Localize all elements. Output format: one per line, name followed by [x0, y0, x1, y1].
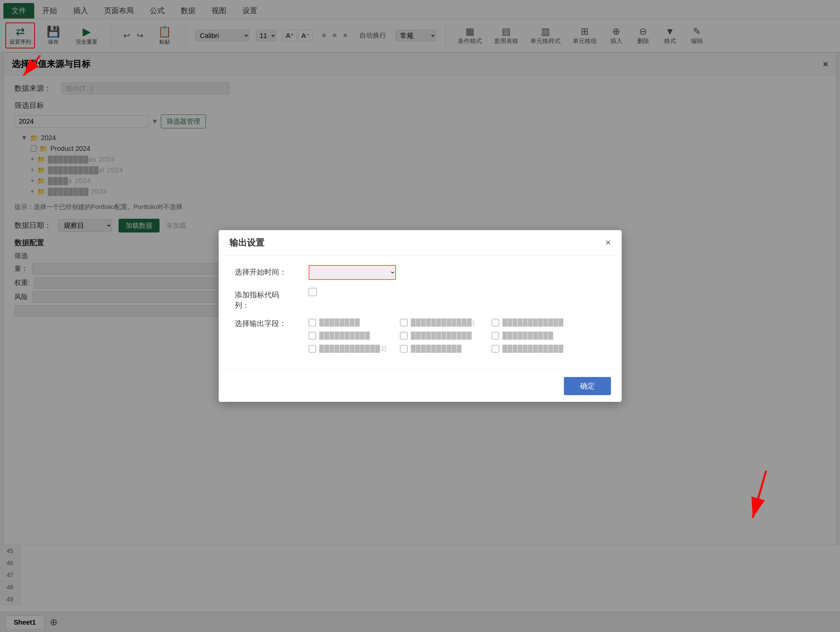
field-label-5: ██████████ — [502, 332, 554, 339]
field-checkbox-5[interactable] — [492, 332, 499, 339]
field-checkbox-8[interactable] — [492, 345, 499, 352]
modal-overlay: 输出设置 × 选择开始时间： 添加指标代码 列： 选择输出字段： — [0, 0, 840, 632]
field-item-0: ████████ — [309, 319, 387, 326]
fields-grid: ████████ ████████████) ████████████ ████… — [309, 319, 570, 352]
field-label-6: ████████████J) — [319, 345, 387, 352]
select-fields-label: 选择输出字段： — [235, 319, 309, 329]
start-time-label: 选择开始时间： — [235, 265, 309, 278]
arrow-to-confirm — [706, 464, 773, 531]
field-item-1: ████████████) — [400, 319, 478, 326]
add-indicator-row: 添加指标代码 列： — [235, 288, 606, 311]
confirm-button[interactable]: 确定 — [564, 377, 611, 395]
modal-footer: 确定 — [219, 370, 622, 402]
svg-line-1 — [753, 471, 766, 518]
field-label-2: ████████████ — [502, 319, 564, 326]
field-item-2: ████████████ — [492, 319, 570, 326]
field-item-8: ████████████ — [492, 345, 570, 352]
field-label-0: ████████ — [319, 319, 360, 326]
select-fields-row: 选择输出字段： ████████ ████████████) █████████… — [235, 319, 606, 352]
field-item-4: ████████████ — [400, 332, 478, 339]
start-time-row: 选择开始时间： — [235, 265, 606, 280]
field-label-4: ████████████ — [411, 332, 472, 339]
field-checkbox-1[interactable] — [400, 319, 407, 326]
field-checkbox-6[interactable] — [309, 345, 316, 352]
modal-title: 输出设置 — [229, 237, 264, 249]
field-item-7: ██████████ — [400, 345, 478, 352]
field-checkbox-4[interactable] — [400, 332, 407, 339]
field-item-3: ██████████ — [309, 332, 387, 339]
field-checkbox-2[interactable] — [492, 319, 499, 326]
modal-body: 选择开始时间： 添加指标代码 列： 选择输出字段： ████████ — [219, 256, 622, 370]
add-indicator-checkbox[interactable] — [309, 288, 317, 296]
field-item-5: ██████████ — [492, 332, 570, 339]
modal-close-button[interactable]: × — [605, 237, 611, 248]
field-checkbox-3[interactable] — [309, 332, 316, 339]
start-time-select[interactable] — [309, 265, 396, 280]
field-checkbox-0[interactable] — [309, 319, 316, 326]
field-item-6: ████████████J) — [309, 345, 387, 352]
field-label-8: ████████████ — [502, 345, 564, 352]
field-label-7: ██████████ — [411, 345, 462, 352]
field-checkbox-7[interactable] — [400, 345, 407, 352]
field-label-1: ████████████) — [411, 319, 475, 326]
output-settings-modal: 输出设置 × 选择开始时间： 添加指标代码 列： 选择输出字段： — [219, 230, 622, 402]
add-indicator-label: 添加指标代码 列： — [235, 288, 309, 311]
field-label-3: ██████████ — [319, 332, 371, 339]
start-time-select-wrapper — [309, 265, 396, 280]
modal-header: 输出设置 × — [219, 230, 622, 256]
